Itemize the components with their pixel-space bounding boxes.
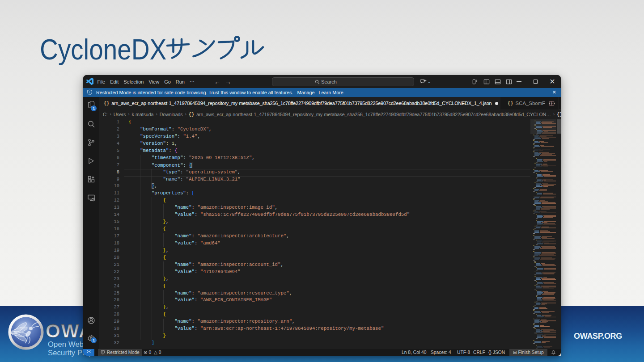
svg-text:i: i: [89, 91, 90, 94]
svg-text:OWA: OWA: [46, 321, 86, 340]
